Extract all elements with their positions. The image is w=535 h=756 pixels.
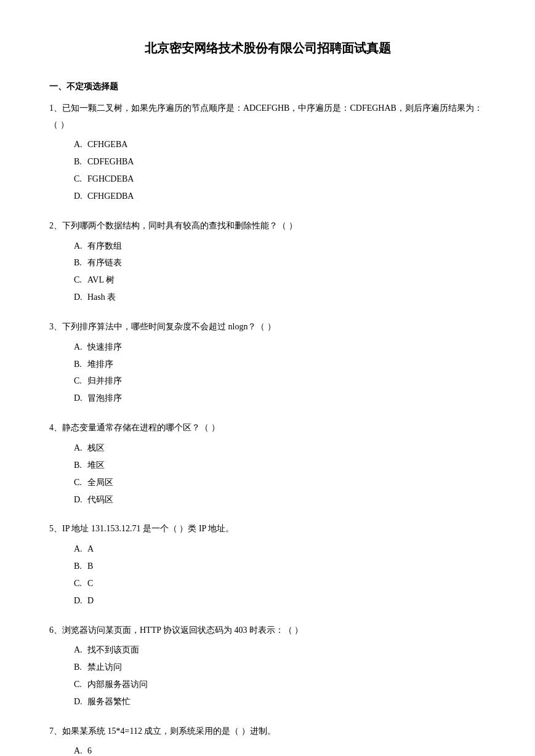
- option-text-2-3: Hash 表: [87, 292, 116, 302]
- question-5-option-1: B.B: [74, 558, 486, 574]
- question-6-options: A.找不到该页面B.禁止访问C.内部服务器访问D.服务器繁忙: [49, 642, 486, 710]
- question-7-options: A.6B.7: [49, 743, 486, 756]
- question-3-options: A.快速排序B.堆排序C.归并排序D.冒泡排序: [49, 339, 486, 407]
- option-text-5-0: A: [87, 544, 94, 553]
- option-label-1-0: A.: [74, 137, 87, 153]
- option-text-5-1: B: [87, 561, 93, 571]
- option-text-6-3: 服务器繁忙: [87, 697, 131, 706]
- question-4-option-2: C.全局区: [74, 475, 486, 491]
- option-text-2-1: 有序链表: [87, 258, 122, 267]
- question-1-option-1: B.CDFEGHBA: [74, 154, 486, 170]
- question-5-option-3: D.D: [74, 593, 486, 609]
- option-label-3-3: D.: [74, 390, 87, 406]
- question-7-text: 7、如果某系统 15*4=112 成立，则系统采用的是（ ）进制。: [49, 723, 486, 740]
- question-6-option-2: C.内部服务器访问: [74, 677, 486, 693]
- option-label-3-1: B.: [74, 356, 87, 372]
- option-label-5-1: B.: [74, 558, 87, 574]
- question-6-option-0: A.找不到该页面: [74, 642, 486, 658]
- question-5-options: A.AB.BC.CD.D: [49, 541, 486, 609]
- option-label-5-3: D.: [74, 593, 87, 609]
- question-3: 3、下列排序算法中，哪些时间复杂度不会超过 nlogn？（ ）A.快速排序B.堆…: [49, 319, 486, 406]
- option-label-1-2: C.: [74, 171, 87, 187]
- option-label-4-3: D.: [74, 492, 87, 508]
- question-2-option-3: D.Hash 表: [74, 289, 486, 305]
- option-label-3-0: A.: [74, 339, 87, 355]
- section-title: 一、不定项选择题: [49, 79, 486, 94]
- option-label-5-0: A.: [74, 541, 87, 557]
- question-6: 6、浏览器访问某页面，HTTP 协议返回状态码为 403 时表示：（ ）A.找不…: [49, 622, 486, 710]
- question-6-text: 6、浏览器访问某页面，HTTP 协议返回状态码为 403 时表示：（ ）: [49, 622, 486, 639]
- option-text-6-0: 找不到该页面: [87, 645, 139, 654]
- question-2-option-0: A.有序数组: [74, 238, 486, 254]
- question-4-text: 4、静态变量通常存储在进程的哪个区？（ ）: [49, 420, 486, 436]
- option-text-2-0: 有序数组: [87, 241, 122, 251]
- option-text-5-2: C: [87, 579, 93, 588]
- question-1-options: A.CFHGEBAB.CDFEGHBAC.FGHCDEBAD.CFHGEDBA: [49, 137, 486, 204]
- question-7: 7、如果某系统 15*4=112 成立，则系统采用的是（ ）进制。A.6B.7: [49, 723, 486, 756]
- option-label-6-0: A.: [74, 642, 87, 658]
- question-5-option-2: C.C: [74, 576, 486, 592]
- option-text-1-3: CFHGEDBA: [87, 191, 134, 201]
- option-text-1-1: CDFEGHBA: [87, 157, 134, 166]
- question-2-option-1: B.有序链表: [74, 255, 486, 271]
- question-3-option-2: C.归并排序: [74, 373, 486, 389]
- question-1-option-3: D.CFHGEDBA: [74, 188, 486, 204]
- question-2-text: 2、下列哪两个数据结构，同时具有较高的查找和删除性能？（ ）: [49, 218, 486, 235]
- option-text-3-2: 归并排序: [87, 376, 122, 385]
- question-1-text: 1、已知一颗二叉树，如果先序遍历的节点顺序是：ADCEFGHB，中序遍历是：CD…: [49, 100, 486, 133]
- question-5: 5、IP 地址 131.153.12.71 是一个（ ）类 IP 地址。A.AB…: [49, 521, 486, 608]
- option-label-2-2: C.: [74, 272, 87, 288]
- question-4-option-0: A.栈区: [74, 440, 486, 456]
- question-4-option-1: B.堆区: [74, 457, 486, 473]
- option-text-6-1: 禁止访问: [87, 662, 122, 672]
- question-4-option-3: D.代码区: [74, 492, 486, 508]
- option-label-1-3: D.: [74, 188, 87, 204]
- option-text-5-3: D: [87, 596, 94, 605]
- option-text-4-1: 堆区: [87, 460, 105, 470]
- option-text-1-2: FGHCDEBA: [87, 174, 134, 183]
- question-6-option-3: D.服务器繁忙: [74, 694, 486, 710]
- option-text-1-0: CFHGEBA: [87, 140, 127, 149]
- option-label-4-1: B.: [74, 457, 87, 473]
- option-label-6-3: D.: [74, 694, 87, 710]
- question-7-option-0: A.6: [74, 743, 486, 756]
- option-text-4-2: 全局区: [87, 478, 113, 487]
- option-label-5-2: C.: [74, 576, 87, 592]
- option-label-2-1: B.: [74, 255, 87, 271]
- option-label-6-2: C.: [74, 677, 87, 693]
- question-5-option-0: A.A: [74, 541, 486, 557]
- option-text-4-3: 代码区: [87, 495, 113, 504]
- option-label-4-2: C.: [74, 475, 87, 491]
- question-2: 2、下列哪两个数据结构，同时具有较高的查找和删除性能？（ ）A.有序数组B.有序…: [49, 218, 486, 305]
- question-4: 4、静态变量通常存储在进程的哪个区？（ ）A.栈区B.堆区C.全局区D.代码区: [49, 420, 486, 507]
- option-label-7-0: A.: [74, 743, 87, 756]
- question-1: 1、已知一颗二叉树，如果先序遍历的节点顺序是：ADCEFGHB，中序遍历是：CD…: [49, 100, 486, 204]
- question-5-text: 5、IP 地址 131.153.12.71 是一个（ ）类 IP 地址。: [49, 521, 486, 537]
- option-text-4-0: 栈区: [87, 443, 105, 452]
- question-3-option-1: B.堆排序: [74, 356, 486, 372]
- question-2-options: A.有序数组B.有序链表C.AVL 树D.Hash 表: [49, 238, 486, 306]
- question-4-options: A.栈区B.堆区C.全局区D.代码区: [49, 440, 486, 508]
- question-1-option-0: A.CFHGEBA: [74, 137, 486, 153]
- option-label-2-0: A.: [74, 238, 87, 254]
- question-6-option-1: B.禁止访问: [74, 659, 486, 675]
- question-1-option-2: C.FGHCDEBA: [74, 171, 486, 187]
- option-text-7-0: 6: [87, 746, 92, 755]
- option-label-2-3: D.: [74, 289, 87, 305]
- page-title: 北京密安网络技术股份有限公司招聘面试真题: [49, 37, 486, 59]
- question-2-option-2: C.AVL 树: [74, 272, 486, 288]
- question-3-text: 3、下列排序算法中，哪些时间复杂度不会超过 nlogn？（ ）: [49, 319, 486, 336]
- option-label-3-2: C.: [74, 373, 87, 389]
- option-label-1-1: B.: [74, 154, 87, 170]
- option-label-6-1: B.: [74, 659, 87, 675]
- questions-container: 1、已知一颗二叉树，如果先序遍历的节点顺序是：ADCEFGHB，中序遍历是：CD…: [49, 100, 486, 756]
- question-3-option-0: A.快速排序: [74, 339, 486, 355]
- option-text-3-1: 堆排序: [87, 360, 113, 369]
- option-text-3-0: 快速排序: [87, 342, 122, 352]
- option-text-2-2: AVL 树: [87, 275, 115, 284]
- question-3-option-3: D.冒泡排序: [74, 390, 486, 406]
- option-text-3-3: 冒泡排序: [87, 393, 122, 403]
- option-text-6-2: 内部服务器访问: [87, 680, 148, 689]
- option-label-4-0: A.: [74, 440, 87, 456]
